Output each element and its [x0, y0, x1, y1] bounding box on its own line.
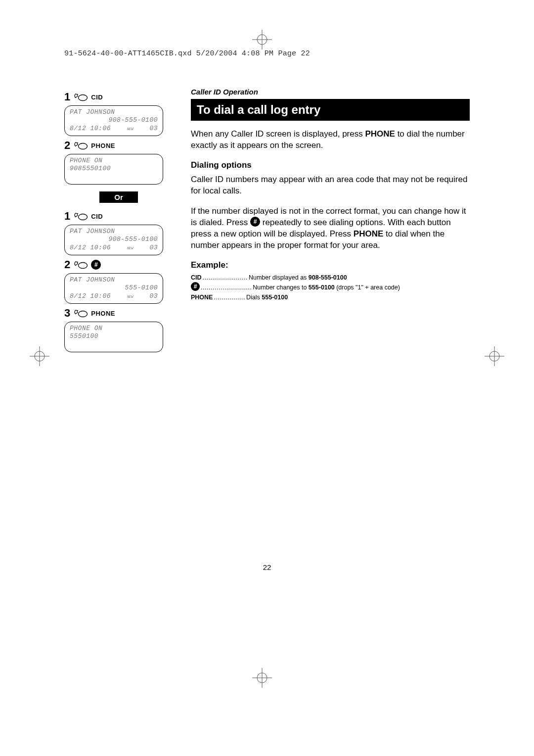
page-title: To dial a call log entry [191, 99, 470, 121]
registration-mark-right [485, 346, 504, 366]
example-value: Number changes to 555-0100 (drops "1" + … [253, 284, 400, 291]
lcd-line: PAT JOHNSON [70, 276, 158, 284]
lcd-line: PHONE ON [70, 325, 158, 332]
step-label-text: PHONE [91, 142, 115, 149]
leader-dots: .......................... [200, 284, 253, 291]
svg-point-13 [79, 143, 88, 149]
dialing-options-p1: Caller ID numbers may appear with an are… [191, 174, 470, 197]
press-icon [73, 260, 88, 269]
pound-key-icon: # [91, 260, 101, 270]
page: 91-5624-40-00-ATT1465CIB.qxd 5/20/2004 4… [64, 49, 470, 571]
press-icon [73, 309, 88, 318]
example-key: PHONE [191, 294, 213, 301]
svg-point-14 [79, 214, 88, 220]
lcd-screen: PHONE ON 5550100 [64, 322, 163, 352]
registration-mark-left [30, 346, 49, 366]
registration-mark-top [252, 30, 272, 49]
step-number: 2 [64, 139, 70, 152]
lcd-screen: PAT JOHNSON 555-0100 8/12 10:06 NEW 03 [64, 273, 163, 304]
step-number: 2 [64, 258, 70, 271]
example-row: PHONE ................ Dials 555-0100 [191, 294, 470, 301]
dialing-options-p2: If the number displayed is not in the co… [191, 206, 470, 251]
lcd-screen: PHONE ON 9085550100 [64, 154, 163, 185]
pound-key-icon: # [250, 217, 260, 227]
press-icon [73, 212, 88, 221]
or-divider: Or [99, 191, 138, 203]
step-label-text: PHONE [91, 310, 115, 317]
left-column: 1 CID PAT JOHNSON 908-555-0100 8/12 10:0… [64, 88, 173, 355]
lcd-line: 8/12 10:06 NEW 03 [70, 292, 158, 300]
svg-point-16 [79, 311, 88, 317]
step-a1: 1 CID [64, 91, 173, 103]
pound-key-icon: # [191, 282, 200, 291]
step-number: 1 [64, 210, 70, 223]
registration-mark-bottom [252, 668, 272, 688]
press-icon [73, 93, 88, 101]
lcd-line: 5550100 [70, 332, 158, 340]
step-a2: 2 PHONE [64, 139, 173, 152]
lcd-line: PAT JOHNSON [70, 228, 158, 236]
page-number: 22 [64, 563, 470, 571]
lcd-line: 9085550100 [70, 165, 158, 173]
leader-dots: ....................... [202, 274, 249, 281]
example-value: Number displayed as 908-555-0100 [249, 274, 347, 281]
press-icon [73, 141, 88, 150]
lcd-line: 908-555-0100 [70, 236, 158, 243]
svg-point-12 [79, 95, 88, 101]
svg-point-15 [79, 263, 88, 269]
example-heading: Example: [191, 260, 470, 270]
lcd-screen: PAT JOHNSON 908-555-0100 8/12 10:06 NEW … [64, 225, 163, 255]
example-row: CID ....................... Number displ… [191, 274, 470, 281]
step-number: 1 [64, 91, 70, 103]
leader-dots: ................ [213, 294, 246, 301]
lcd-line: PHONE ON [70, 157, 158, 165]
dialing-options-heading: Dialing options [191, 160, 470, 170]
step-b1: 1 CID [64, 210, 173, 223]
content-columns: 1 CID PAT JOHNSON 908-555-0100 8/12 10:0… [64, 88, 470, 355]
example-value: Dials 555-0100 [246, 294, 288, 301]
lcd-line: 908-555-0100 [70, 116, 158, 124]
lcd-line: 8/12 10:06 NEW 03 [70, 125, 158, 133]
example-key: CID [191, 274, 202, 281]
right-column: Caller ID Operation To dial a call log e… [191, 88, 470, 355]
step-label-text: CID [91, 94, 103, 101]
step-label-text: CID [91, 213, 103, 220]
lcd-screen: PAT JOHNSON 908-555-0100 8/12 10:06 NEW … [64, 105, 163, 136]
intro-paragraph: When any Caller ID screen is displayed, … [191, 129, 470, 151]
step-b3: 3 PHONE [64, 307, 173, 320]
step-number: 3 [64, 307, 70, 320]
lcd-line: 555-0100 [70, 284, 158, 292]
lcd-line: 8/12 10:06 NEW 03 [70, 244, 158, 252]
running-head: 91-5624-40-00-ATT1465CIB.qxd 5/20/2004 4… [64, 49, 470, 58]
example-row: # .......................... Number chan… [191, 283, 470, 292]
section-label: Caller ID Operation [191, 88, 470, 96]
lcd-line: PAT JOHNSON [70, 108, 158, 116]
step-b2: 2 # [64, 258, 173, 271]
